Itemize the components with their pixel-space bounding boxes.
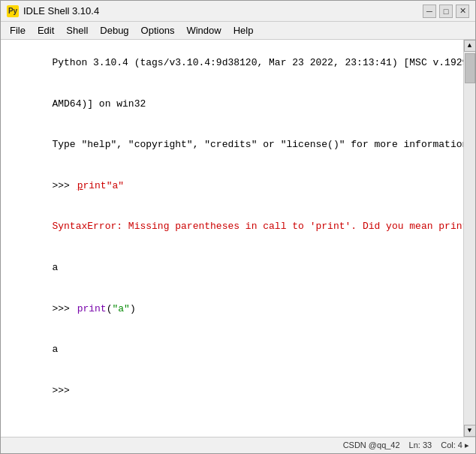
print-call-line: >>> print("a")	[5, 288, 459, 329]
output-a-line: a	[5, 248, 459, 289]
title-left: Py IDLE Shell 3.10.4	[7, 5, 99, 17]
error-input-rest: rint"a"	[83, 180, 124, 191]
status-bar: CSDN @qq_42 Ln: 33 Col: 4 ▸	[1, 437, 475, 453]
prompt-1: >>>	[52, 180, 75, 191]
prompt-3: >>>	[52, 385, 75, 396]
empty-prompt-line: >>>	[5, 371, 459, 412]
menu-debug[interactable]: Debug	[94, 23, 134, 38]
window-controls: ─ □ ✕	[423, 5, 469, 18]
maximize-button[interactable]: □	[439, 5, 453, 18]
main-window: Py IDLE Shell 3.10.4 ─ □ ✕ File Edit She…	[0, 0, 476, 454]
menu-edit[interactable]: Edit	[32, 23, 60, 38]
syntax-error-text: SyntaxError: Missing parentheses in call…	[52, 221, 463, 232]
menu-options[interactable]: Options	[135, 23, 181, 38]
prompt-2: >>>	[52, 303, 75, 314]
watermark-text: CSDN @qq_42	[343, 440, 400, 450]
print-string: "a"	[112, 303, 129, 314]
close-button[interactable]: ✕	[456, 5, 469, 18]
scroll-up-button[interactable]: ▲	[464, 40, 476, 52]
info-line-1: Python 3.10.4 (tags/v3.10.4:9d38120, Mar…	[5, 43, 459, 84]
title-bar: Py IDLE Shell 3.10.4 ─ □ ✕	[1, 1, 475, 22]
app-icon: Py	[7, 5, 19, 17]
input-error-line: >>> print"a"	[5, 166, 459, 207]
menu-bar: File Edit Shell Debug Options Window Hel…	[1, 22, 475, 40]
scroll-down-button[interactable]: ▼	[464, 425, 476, 437]
info-line-3: Type "help", "copyright", "credits" or "…	[5, 125, 459, 166]
menu-help[interactable]: Help	[227, 23, 260, 38]
menu-shell[interactable]: Shell	[60, 23, 94, 38]
print-keyword: print	[77, 303, 107, 314]
scrollbar-thumb[interactable]	[465, 53, 475, 83]
menu-file[interactable]: File	[4, 23, 32, 38]
print-close-paren: )	[130, 303, 136, 314]
line-position: Ln: 33	[409, 440, 432, 450]
window-title: IDLE Shell 3.10.4	[23, 5, 99, 17]
output-a-line-2: a	[5, 329, 459, 371]
minimize-button[interactable]: ─	[423, 5, 436, 18]
scrollbar-track[interactable]	[464, 52, 476, 425]
shell-area: Python 3.10.4 (tags/v3.10.4:9d38120, Mar…	[1, 40, 475, 437]
info-line-2: AMD64)] on win32	[5, 84, 459, 125]
col-position: Col: 4 ▸	[441, 440, 469, 450]
shell-content[interactable]: Python 3.10.4 (tags/v3.10.4:9d38120, Mar…	[1, 40, 463, 437]
scrollbar[interactable]: ▲ ▼	[463, 40, 475, 437]
syntax-error-line: SyntaxError: Missing parentheses in call…	[5, 206, 459, 248]
status-text: CSDN @qq_42 Ln: 33 Col: 4 ▸	[343, 440, 469, 450]
menu-window[interactable]: Window	[180, 23, 227, 38]
